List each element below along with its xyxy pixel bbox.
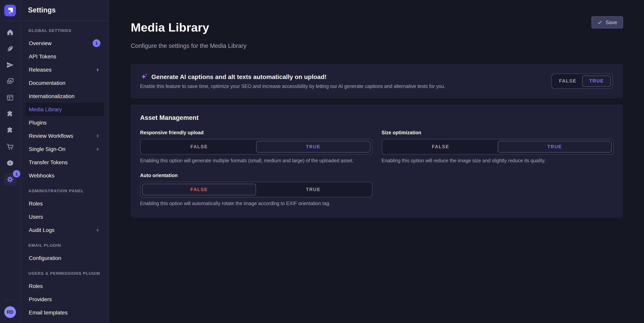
icon-rail: i1 RD [0,0,20,323]
toggle-auto-orientation: FALSETRUE [140,182,372,197]
sidebar-item-label: Webhooks [29,172,54,178]
sidebar-item-overview[interactable]: Overview1 [25,36,104,50]
cart-icon [6,143,14,150]
sidebar-item-webhooks[interactable]: Webhooks [25,169,104,182]
sidebar-item-review-workflows[interactable]: Review Workflows [25,129,104,142]
page-subtitle: Configure the settings for the Media Lib… [131,42,623,49]
field-auto-orientation: Auto orientationFALSETRUEEnabling this o… [140,172,372,206]
ai-banner-text: Generate AI captions and alt texts autom… [140,73,552,89]
sidebar-item-configuration[interactable]: Configuration [25,252,104,265]
check-icon [598,20,602,25]
ai-caption-toggle-option-false[interactable]: FALSE [553,75,582,86]
rail-item-feather[interactable] [0,40,20,57]
gear-icon [6,176,14,183]
rail-item-home[interactable] [0,24,20,40]
settings-notification-badge: 1 [13,170,20,178]
sidebar-item-users[interactable]: Users [25,210,104,224]
rail-item-layout[interactable] [0,90,20,106]
sidebar-item-single-sign-on[interactable]: Single Sign-On [25,142,104,156]
sidebar-section-label: EMAIL PLUGIN [28,243,101,248]
sidebar-item-label: Single Sign-On [29,146,65,152]
rail-item-puzzle2[interactable] [0,122,20,138]
rail-item-media-library[interactable] [0,73,20,90]
rail-item-settings[interactable]: 1 [4,173,16,186]
sidebar-item-label: Roles [29,200,43,207]
sidebar-item-label: Users [29,214,43,220]
toggle-responsive-friendly-upload-option-true[interactable]: TRUE [256,141,370,152]
sidebar-title: Settings [20,0,108,21]
sidebar-item-label: Review Workflows [29,133,73,139]
ai-banner-title: Generate AI captions and alt texts autom… [151,73,326,80]
bolt-icon [95,228,100,232]
sidebar-item-label: Audit Logs [29,227,54,233]
puzzle-icon [6,110,14,118]
app: i1 RD Settings GLOBAL SETTINGSOverview1A… [0,0,644,323]
feather-icon [6,45,14,52]
toggle-auto-orientation-option-false[interactable]: FALSE [142,184,256,195]
sidebar-item-label: Plugins [29,120,47,126]
save-button[interactable]: Save [592,16,623,28]
fields-grid: Responsive friendly uploadFALSETRUEEnabl… [140,130,614,206]
info-icon: i [6,159,14,167]
field-label: Auto orientation [140,172,372,178]
toggle-size-optimization: FALSETRUE [382,139,614,154]
ai-caption-toggle: FALSETRUE [552,73,613,88]
toggle-size-optimization-option-true[interactable]: TRUE [498,141,612,152]
sidebar-item-providers[interactable]: Providers [25,293,104,306]
media-library-icon [6,78,14,85]
strapi-logo-icon[interactable] [4,4,16,16]
sidebar-item-plugins[interactable]: Plugins [25,116,104,129]
rail-header [0,0,20,21]
field-hint: Enabling this option will reduce the ima… [382,158,614,163]
sidebar-section-label: USERS & PERMISSIONS PLUGIN [28,271,101,276]
settings-sidebar: Settings GLOBAL SETTINGSOverview1API Tok… [20,0,109,323]
sidebar-item-label: Releases [29,66,52,73]
sparkles-icon [140,73,148,81]
rail-divider [3,300,17,300]
sidebar-item-label: Transfer Tokens [29,159,68,166]
asset-management-panel: Asset Management Responsive friendly upl… [131,104,623,218]
sidebar-item-documentation[interactable]: Documentation [25,76,104,90]
sidebar-item-label: Internationalization [29,93,74,99]
notification-badge: 1 [92,39,100,47]
ai-banner: Generate AI captions and alt texts autom… [131,64,623,98]
page-title: Media Library [131,21,623,34]
toggle-size-optimization-option-false[interactable]: FALSE [384,141,498,152]
save-button-label: Save [606,20,617,25]
layout-icon [6,94,14,102]
sidebar-item-label: Documentation [29,80,65,86]
field-size-optimization: Size optimizationFALSETRUEEnabling this … [382,130,614,163]
rail-nav: i1 [0,21,20,186]
rail-item-paper-plane[interactable] [0,57,20,73]
paper-plane-icon [6,61,14,69]
sidebar-item-transfer-tokens[interactable]: Transfer Tokens [25,156,104,169]
rail-item-info[interactable]: i [0,155,20,171]
sidebar-item-label: Providers [29,296,52,302]
field-label: Size optimization [382,130,614,135]
rail-item-cart[interactable] [0,138,20,155]
sidebar-item-internationalization[interactable]: Internationalization [25,90,104,103]
sidebar-item-roles[interactable]: Roles [25,197,104,210]
avatar[interactable]: RD [4,306,16,318]
sidebar-item-audit-logs[interactable]: Audit Logs [25,224,104,236]
sidebar-item-roles[interactable]: Roles [25,280,104,293]
sidebar-item-label: Email templates [29,310,68,316]
asset-management-title: Asset Management [140,114,614,121]
ai-caption-toggle-option-true[interactable]: TRUE [582,75,611,86]
sidebar-item-media-library[interactable]: Media Library [25,103,104,116]
sidebar-item-api-tokens[interactable]: API Tokens [25,50,104,63]
rail-item-puzzle[interactable] [0,106,20,122]
sidebar-item-label: Media Library [29,106,62,112]
toggle-responsive-friendly-upload-option-false[interactable]: FALSE [142,141,256,152]
sidebar-item-releases[interactable]: Releases [25,63,104,76]
sidebar-item-email-templates[interactable]: Email templates [25,306,104,319]
sidebar-section-label: GLOBAL SETTINGS [28,28,101,33]
puzzle2-icon [6,126,14,134]
bolt-icon [95,133,100,138]
main-content: Media Library Configure the settings for… [109,0,644,323]
toggle-auto-orientation-option-true[interactable]: TRUE [256,184,370,195]
field-label: Responsive friendly upload [140,130,372,135]
sidebar-item-label: Roles [29,283,43,289]
bolt-icon [95,146,100,152]
sidebar-item-label: API Tokens [29,53,56,60]
